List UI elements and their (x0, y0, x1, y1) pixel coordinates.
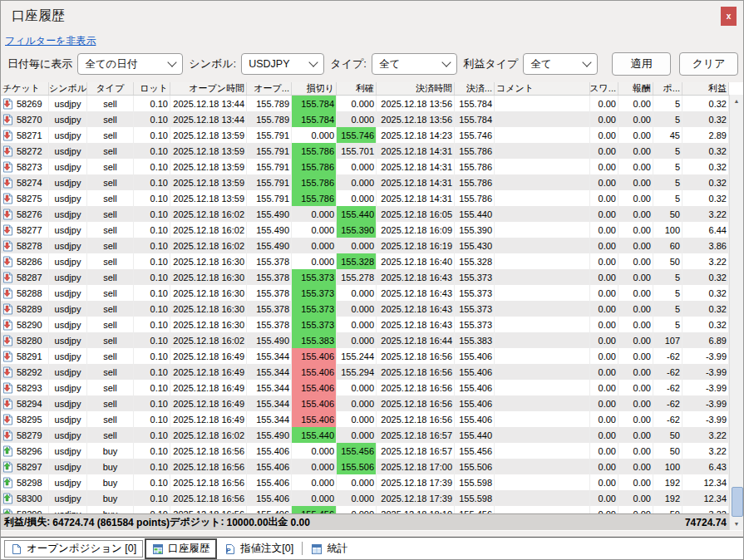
table-row[interactable]: 58279usdjpysell0.102025.12.18 16:02155.4… (1, 427, 729, 443)
table-row[interactable]: 58269usdjpysell0.102025.12.18 13:44155.7… (1, 96, 729, 111)
col-header-open_price[interactable]: オープ... (247, 82, 292, 95)
table-row[interactable]: 58280usdjpysell0.102025.12.18 16:02155.4… (1, 332, 729, 348)
col-header-symbol[interactable]: シンボル (49, 82, 87, 95)
tab-statistics[interactable]: 統計 (305, 540, 353, 558)
col-header-open_time[interactable]: オープン時間 (170, 82, 247, 95)
table-row[interactable]: 58277usdjpysell0.102025.12.18 16:02155.4… (1, 222, 729, 238)
table-row[interactable]: 58278usdjpysell0.102025.12.18 16:02155.4… (1, 238, 729, 253)
table-row[interactable]: 58294usdjpysell0.102025.12.18 16:49155.3… (1, 395, 729, 411)
cell-tp: 0.000 (337, 395, 377, 411)
table-row[interactable]: 58276usdjpysell0.102025.12.18 16:02155.4… (1, 206, 729, 222)
cell-profit: 3.22 (682, 206, 729, 222)
scroll-down-icon[interactable]: ▼ (730, 518, 743, 530)
cell-lot: 0.10 (134, 459, 170, 474)
ticket-number: 58295 (17, 415, 42, 425)
cell-swap: 0.00 (590, 206, 618, 222)
cell-ticket: 58291 (1, 348, 49, 364)
table-row[interactable]: 58275usdjpysell0.102025.12.18 13:59155.7… (1, 190, 729, 206)
col-header-ticket[interactable]: チケット (1, 82, 49, 95)
cell-ticket: 58288 (1, 285, 49, 301)
col-header-tp[interactable]: 利確 (337, 82, 377, 95)
cell-close_price: 155.373 (455, 317, 495, 332)
table-row[interactable]: 58270usdjpysell0.102025.12.18 13:44155.7… (1, 111, 729, 127)
table-row[interactable]: 58289usdjpysell0.102025.12.18 16:30155.3… (1, 301, 729, 317)
cell-open_price: 155.490 (247, 332, 292, 348)
cell-comment (495, 443, 590, 459)
col-header-swap[interactable]: スワ... (590, 82, 618, 95)
cell-profit: 3.22 (682, 506, 729, 513)
table-row[interactable]: 58273usdjpysell0.102025.12.18 13:59155.7… (1, 159, 729, 174)
table-row[interactable]: 58290usdjpysell0.102025.12.18 16:30155.3… (1, 317, 729, 332)
col-header-points[interactable]: ポ... (653, 82, 682, 95)
table-row[interactable]: 58300usdjpybuy0.102025.12.18 16:56155.40… (1, 490, 729, 506)
col-header-sl[interactable]: 損切り (292, 82, 337, 95)
cell-ticket: 58275 (1, 190, 49, 206)
date-filter-select[interactable]: 全ての日付 (77, 53, 183, 75)
table-row[interactable]: 58271usdjpysell0.102025.12.18 13:59155.7… (1, 127, 729, 143)
table-row[interactable]: 58293usdjpysell0.102025.12.18 16:49155.3… (1, 380, 729, 395)
cell-close_time: 2025.12.18 14:31 (377, 143, 455, 159)
type-filter-select[interactable]: 全て (372, 53, 458, 75)
col-header-profit[interactable]: 利益 (682, 82, 729, 95)
col-header-comment[interactable]: コメント (495, 82, 590, 95)
ticket-number: 58291 (17, 351, 42, 361)
cell-open_price: 155.406 (247, 490, 292, 506)
deposit-value: 10000.00 (227, 517, 269, 528)
cell-close_time: 2025.12.18 16:19 (377, 238, 455, 253)
cell-open_time: 2025.12.18 16:02 (170, 222, 247, 238)
deposit-label: デポジット: (170, 515, 224, 529)
table-row[interactable]: 58298usdjpybuy0.102025.12.18 16:56155.40… (1, 474, 729, 490)
close-button[interactable]: x (721, 7, 737, 26)
scrollbar-thumb[interactable] (732, 487, 743, 517)
symbol-filter-select[interactable]: USDJPY (241, 53, 324, 75)
cell-profit: 6.89 (682, 332, 729, 348)
table-row[interactable]: 58299usdjpybuy0.102025.12.18 16:56155.40… (1, 506, 729, 513)
table-row[interactable]: 58296usdjpybuy0.102025.12.18 16:56155.40… (1, 443, 729, 459)
table-row[interactable]: 58288usdjpysell0.102025.12.18 16:30155.3… (1, 285, 729, 301)
tab-pending-orders[interactable]: P 指値注文[0] (219, 540, 299, 558)
hide-filters-link[interactable]: フィルターを非表示 (5, 35, 96, 47)
symbol-filter-value: USDJPY (249, 58, 289, 70)
cell-lot: 0.10 (134, 490, 170, 506)
table-row[interactable]: 58287usdjpysell0.102025.12.18 16:30155.3… (1, 269, 729, 285)
tab-account-history[interactable]: 口座履歴 (145, 538, 217, 559)
col-header-type[interactable]: タイプ (87, 82, 134, 95)
cell-profit: 0.32 (682, 317, 729, 332)
cell-symbol: usdjpy (49, 159, 87, 174)
table-row[interactable]: 58292usdjpysell0.102025.12.18 16:49155.3… (1, 364, 729, 380)
col-header-close_price[interactable]: 決済... (455, 82, 495, 95)
cell-points: -62 (653, 411, 682, 427)
cell-lot: 0.10 (134, 143, 170, 159)
apply-button[interactable]: 適用 (612, 52, 671, 76)
cell-close_time: 2025.12.18 16:43 (377, 317, 455, 332)
cell-open_price: 155.789 (247, 96, 292, 111)
table-row[interactable]: 58272usdjpysell0.102025.12.18 13:59155.7… (1, 143, 729, 159)
col-header-lot[interactable]: ロット (134, 82, 170, 95)
table-row[interactable]: 58297usdjpybuy0.102025.12.18 16:56155.40… (1, 459, 729, 474)
col-header-reward[interactable]: 報酬 (618, 82, 653, 95)
cell-tp: 0.000 (337, 490, 377, 506)
profit-type-filter-label: 利益タイプ (463, 56, 518, 71)
scroll-up-icon[interactable]: ▲ (730, 95, 743, 107)
cell-points: 5 (653, 159, 682, 174)
cell-close_time: 2025.12.18 16:56 (377, 380, 455, 395)
col-header-close_time[interactable]: 決済時間 (377, 82, 455, 95)
profit-type-filter-select[interactable]: 全て (523, 53, 598, 75)
cell-open_time: 2025.12.18 13:44 (170, 111, 247, 127)
tab-open-positions[interactable]: オープンポジション [0] (4, 540, 143, 558)
cell-open_time: 2025.12.18 16:30 (170, 317, 247, 332)
table-row[interactable]: 58274usdjpysell0.102025.12.18 13:59155.7… (1, 174, 729, 190)
table-row[interactable]: 58291usdjpysell0.102025.12.18 16:49155.3… (1, 348, 729, 364)
table-row[interactable]: 58286usdjpysell0.102025.12.18 16:30155.3… (1, 253, 729, 269)
cell-open_price: 155.490 (247, 238, 292, 253)
cell-lot: 0.10 (134, 348, 170, 364)
clear-button[interactable]: クリア (679, 52, 738, 76)
vertical-scrollbar[interactable]: ▲ ▼ (729, 95, 743, 530)
cell-comment (495, 174, 590, 190)
cell-swap: 0.00 (590, 317, 618, 332)
cell-open_time: 2025.12.18 13:59 (170, 127, 247, 143)
cell-reward: 0.00 (618, 411, 653, 427)
table-row[interactable]: 58295usdjpysell0.102025.12.18 16:49155.3… (1, 411, 729, 427)
cell-tp: 0.000 (337, 474, 377, 490)
profit-loss-value: 64724.74 (861584 points) (52, 517, 170, 528)
